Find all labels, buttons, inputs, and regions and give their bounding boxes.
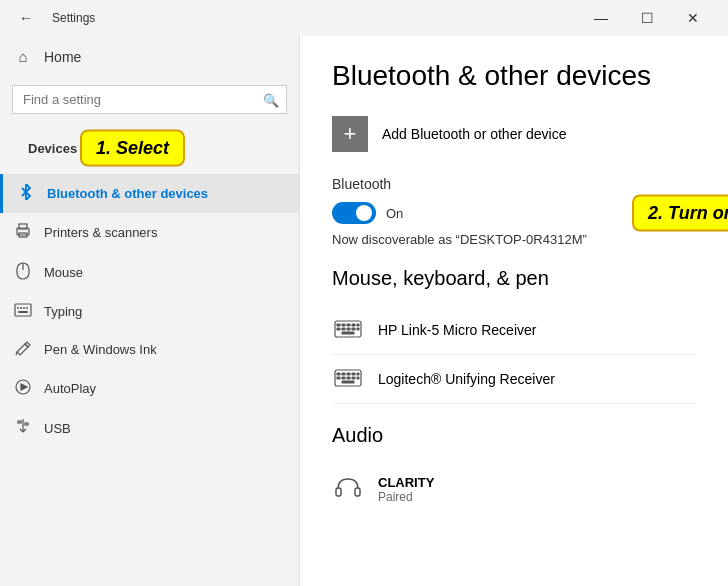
svg-rect-25 (347, 328, 350, 330)
pen-label: Pen & Windows Ink (44, 342, 157, 357)
svg-rect-35 (337, 377, 340, 379)
svg-rect-5 (15, 304, 31, 316)
svg-line-11 (16, 352, 17, 355)
sidebar-item-printers[interactable]: Printers & scanners (0, 213, 299, 252)
page-title: Bluetooth & other devices (332, 60, 696, 92)
title-bar-label: Settings (52, 11, 95, 25)
svg-rect-19 (342, 324, 345, 326)
device-item-logitech: Logitech® Unifying Receiver (332, 355, 696, 404)
svg-rect-27 (357, 328, 359, 330)
mouse-section-heading: Mouse, keyboard, & pen (332, 267, 696, 290)
home-label: Home (44, 49, 81, 65)
svg-rect-40 (342, 381, 354, 383)
sidebar-item-usb[interactable]: USB (0, 408, 299, 449)
svg-rect-16 (25, 423, 28, 425)
title-bar: ← Settings — ☐ ✕ (0, 0, 728, 36)
window-controls: — ☐ ✕ (578, 3, 716, 33)
search-icon: 🔍 (263, 92, 279, 107)
usb-label: USB (44, 421, 71, 436)
pen-icon (14, 340, 32, 359)
sidebar-item-home[interactable]: ⌂ Home (0, 36, 299, 77)
svg-rect-33 (352, 373, 355, 375)
clarity-name: CLARITY (378, 475, 434, 490)
typing-label: Typing (44, 304, 82, 319)
device-name-hp: HP Link-5 Micro Receiver (378, 322, 536, 338)
back-button[interactable]: ← (12, 4, 40, 32)
sidebar-item-typing[interactable]: Typing (0, 293, 299, 330)
printers-label: Printers & scanners (44, 225, 157, 240)
svg-rect-22 (357, 324, 359, 326)
svg-rect-20 (347, 324, 350, 326)
close-button[interactable]: ✕ (670, 3, 716, 33)
main-content: Bluetooth & other devices + Add Bluetoot… (300, 36, 728, 586)
add-device-row: + Add Bluetooth or other device (332, 116, 696, 152)
bluetooth-toggle[interactable] (332, 202, 376, 224)
svg-rect-39 (357, 377, 359, 379)
autoplay-label: AutoPlay (44, 381, 96, 396)
minimize-button[interactable]: — (578, 3, 624, 33)
bluetooth-section-label: Bluetooth (332, 176, 696, 192)
audio-section-heading: Audio (332, 424, 696, 447)
add-device-button[interactable]: + (332, 116, 368, 152)
svg-rect-23 (337, 328, 340, 330)
home-icon: ⌂ (14, 48, 32, 65)
svg-rect-26 (352, 328, 355, 330)
svg-rect-41 (336, 488, 341, 496)
search-container: 🔍 (12, 85, 287, 114)
add-device-label: Add Bluetooth or other device (382, 126, 566, 142)
svg-rect-42 (355, 488, 360, 496)
sidebar-item-bluetooth[interactable]: Bluetooth & other devices (0, 174, 299, 213)
discoverable-text: Now discoverable as “DESKTOP-0R4312M” (332, 232, 696, 247)
usb-icon (14, 418, 32, 439)
svg-rect-31 (342, 373, 345, 375)
svg-rect-28 (342, 332, 354, 334)
sidebar-item-autoplay[interactable]: AutoPlay (0, 369, 299, 408)
bluetooth-status: On (386, 206, 403, 221)
typing-icon (14, 303, 32, 320)
sidebar: ⌂ Home 🔍 Devices 1. Select Bluetooth & o… (0, 36, 300, 586)
bluetooth-icon (17, 184, 35, 203)
printers-icon (14, 223, 32, 242)
search-input[interactable] (12, 85, 287, 114)
svg-rect-37 (347, 377, 350, 379)
toggle-knob (356, 205, 372, 221)
svg-rect-36 (342, 377, 345, 379)
annotation-bubble-1: 1. Select (80, 130, 185, 167)
clarity-status: Paired (378, 490, 434, 504)
mouse-icon (14, 262, 32, 283)
devices-header-row: Devices 1. Select (0, 122, 299, 174)
svg-rect-30 (337, 373, 340, 375)
svg-rect-32 (347, 373, 350, 375)
device-name-logitech: Logitech® Unifying Receiver (378, 371, 555, 387)
svg-rect-15 (18, 421, 21, 423)
bluetooth-label: Bluetooth & other devices (47, 186, 208, 201)
maximize-button[interactable]: ☐ (624, 3, 670, 33)
mouse-label: Mouse (44, 265, 83, 280)
bluetooth-toggle-row: On 2. Turn on (332, 202, 696, 224)
headset-icon (332, 473, 364, 505)
device-item-hp: HP Link-5 Micro Receiver (332, 306, 696, 355)
svg-rect-24 (342, 328, 345, 330)
sidebar-item-mouse[interactable]: Mouse (0, 252, 299, 293)
keyboard-icon-logitech (332, 365, 364, 393)
svg-marker-13 (21, 384, 27, 390)
keyboard-icon-hp (332, 316, 364, 344)
sidebar-item-pen[interactable]: Pen & Windows Ink (0, 330, 299, 369)
autoplay-icon (14, 379, 32, 398)
svg-rect-34 (357, 373, 359, 375)
audio-device-clarity: CLARITY Paired (332, 463, 696, 515)
svg-rect-18 (337, 324, 340, 326)
clarity-info: CLARITY Paired (378, 475, 434, 504)
svg-rect-21 (352, 324, 355, 326)
svg-rect-38 (352, 377, 355, 379)
annotation-bubble-2: 2. Turn on (632, 195, 728, 232)
